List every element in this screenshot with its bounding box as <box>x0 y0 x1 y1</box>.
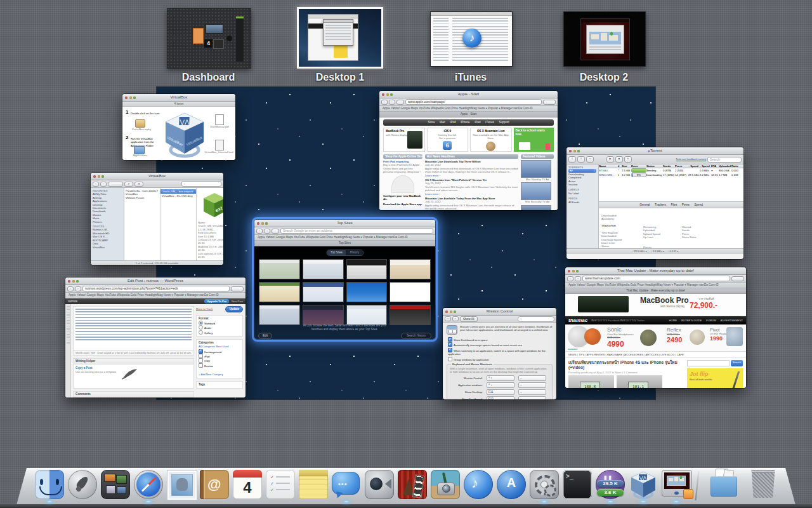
reader-button[interactable] <box>543 100 556 105</box>
bookmarks-bar[interactable]: Apple Yahoo! Google Maps YouTube Wikiped… <box>565 283 746 288</box>
promo-back-to-school[interactable]: Back to school starts now. <box>514 128 554 152</box>
headphones-ad-strip[interactable]: earcase Sonic Over Ear Headphones ปกติ 6… <box>565 324 746 352</box>
mission-control-key-select[interactable]: ^ ↑ <box>487 375 514 381</box>
video-thumbnail[interactable] <box>521 205 551 210</box>
minimize-button[interactable] <box>98 175 100 178</box>
tab-bar[interactable]: Apple - Start <box>379 112 558 117</box>
window-safari-apple[interactable]: Apple - Start ‹ › www.apple.com/startpag… <box>379 91 558 210</box>
stop-button[interactable]: ■ <box>615 156 623 163</box>
checkbox-group-windows[interactable] <box>448 357 452 361</box>
topsites-toggle[interactable]: Top Sites History <box>326 250 363 256</box>
forward-button[interactable]: › <box>264 229 270 234</box>
column-1-items[interactable]: Parallels Bu...rsion-4000CT VirtualBox V… <box>126 189 159 199</box>
forward-button[interactable]: › <box>75 286 81 291</box>
dock-facetime-icon[interactable] <box>365 470 394 499</box>
back-button[interactable]: ‹ <box>93 182 99 187</box>
dock-photo-booth-icon[interactable] <box>398 470 427 499</box>
minimize-button[interactable] <box>573 150 576 152</box>
promo-ios6[interactable]: iOS 6 Coming this fall. Get a preview. 6 <box>427 128 469 152</box>
finder-column-1[interactable]: Parallels Bu...rsion-4000CT VirtualBox V… <box>124 188 160 260</box>
reader-button[interactable] <box>231 286 244 291</box>
window-controls[interactable] <box>68 280 79 283</box>
back-button[interactable]: ‹ <box>256 229 263 234</box>
labels-list[interactable]: No Label <box>568 192 596 195</box>
search-field[interactable]: Search <box>707 157 742 163</box>
back-button[interactable]: ‹ <box>67 286 74 291</box>
start-button[interactable]: ▶ <box>606 156 614 163</box>
window-utorrent[interactable]: µTorrent ⇩ ⇪ ＋ ▶ ■ ✕ Take our feedback s… <box>566 147 743 259</box>
adonit-ad[interactable]: Jot flip Best of both worlds adonit <box>687 368 743 388</box>
dock-reminders-icon[interactable]: ✓ ✓ ✓ <box>266 470 295 499</box>
show-all-button[interactable]: Show All <box>460 316 478 322</box>
address-bar[interactable]: nutmos.wordpress.com/wp-admin/post.php?p… <box>82 286 230 291</box>
dock-mail-icon[interactable] <box>167 470 196 499</box>
shop-link-1[interactable]: Configure your new MacBook Air. <box>383 194 422 201</box>
show-dashboard-mouse-select[interactable]: – <box>518 396 546 399</box>
dock-messages-icon[interactable]: ••• <box>332 470 361 499</box>
close-button[interactable] <box>382 93 384 96</box>
dock-terminal-icon[interactable]: >_ <box>563 470 592 499</box>
promo-mountain-lion[interactable]: OS X Mountain Lion Now available on the … <box>470 128 512 152</box>
forward-button[interactable]: › <box>575 276 581 281</box>
zoom-button[interactable] <box>76 280 79 283</box>
finder-column-2[interactable]: Oracle_VM_...box-extpack VirtualBox-...E… <box>160 188 197 260</box>
site-thumbnail[interactable] <box>303 305 344 325</box>
site-thumbnail[interactable] <box>390 305 431 325</box>
finder-sidebar[interactable]: FAVORITES All My Files AirDrop Applicati… <box>91 188 124 260</box>
space-label-itunes[interactable]: iTunes <box>430 72 511 86</box>
address-bar[interactable]: www.thaimacupdate.com <box>582 276 730 281</box>
address-bar[interactable]: Search Google or enter an address <box>280 228 433 234</box>
site-thumbnail[interactable] <box>259 305 300 325</box>
search-field[interactable]: ⌕ <box>181 181 222 187</box>
forward-button[interactable]: › <box>452 316 459 321</box>
dock-downloads-icon[interactable] <box>709 470 738 499</box>
window-mission-control-prefs[interactable]: Mission Control ‹ › Show All ⌕ Mission C… <box>443 308 556 399</box>
thaimac-tabs[interactable]: NEWS | TIPS | APPS REVIEW | HARDWARE | A… <box>565 352 746 358</box>
remove-button[interactable]: ✕ <box>624 156 632 163</box>
dock-trash-icon[interactable] <box>749 470 778 499</box>
site-search-button[interactable]: Search <box>731 360 743 366</box>
add-new-category-link[interactable]: + Add New Category <box>199 373 240 376</box>
thaimac-nav-links[interactable]: HOME BUYER'S GUIDE FORUM ADVERTISEMENT <box>669 319 743 322</box>
window-safari-thaimac[interactable]: Thai Mac Update : Make everyday up to da… <box>565 267 746 388</box>
dock-virtualbox-icon[interactable]: ⋁⋀ <box>629 470 658 499</box>
space-label-desktop-1[interactable]: Desktop 1 <box>297 72 383 86</box>
space-thumb-itunes[interactable]: ♪ <box>430 11 513 67</box>
utorrent-sidebar[interactable]: TORRENTS All2 Downloading Completed Acti… <box>566 164 599 248</box>
checkbox-review[interactable] <box>199 363 203 368</box>
site-thumbnail[interactable] <box>259 282 300 302</box>
space-thumb-dashboard[interactable]: 4 <box>167 8 251 69</box>
dock-utorrent-icon[interactable]: µ 29.5 K 3.6 K <box>596 470 625 499</box>
torrent-row-downloading[interactable]: WINDOWS...13.2 GB 8% Downloading17 (1280… <box>599 173 743 177</box>
forward-button[interactable]: › <box>389 100 395 105</box>
dock-system-preferences-icon[interactable] <box>530 470 559 499</box>
minimize-button[interactable] <box>386 93 389 96</box>
video-thumbnail[interactable] <box>521 182 551 200</box>
toggle-history[interactable]: History <box>346 250 363 255</box>
edit-button[interactable]: Edit <box>258 333 272 339</box>
category-tabs[interactable]: All Categories Most Used <box>199 345 240 348</box>
window-controls[interactable] <box>93 175 104 178</box>
shop-link-2[interactable]: Download the Apple Store app. <box>383 203 422 206</box>
minimize-button[interactable] <box>72 280 75 283</box>
dock-contacts-icon[interactable]: @ <box>200 470 229 499</box>
article-title[interactable]: เปรียบเทียบขนาดกระจกหน้า iPhone 4S และ i… <box>568 360 684 370</box>
window-controls[interactable] <box>257 222 268 225</box>
feeds-list[interactable]: All Feeds <box>568 201 596 204</box>
window-controls[interactable] <box>445 311 456 313</box>
search-history-field[interactable]: Search History <box>401 333 431 339</box>
checkbox-switch-space[interactable] <box>448 348 452 352</box>
move-to-trash-link[interactable]: Move to Trash <box>196 307 213 311</box>
add-torrent-button[interactable]: ⇩ <box>568 156 576 163</box>
dock-iphoto-icon[interactable] <box>431 470 460 499</box>
radio-aside[interactable] <box>199 325 203 330</box>
close-button[interactable] <box>125 97 128 99</box>
checkbox-ipad[interactable] <box>199 354 203 358</box>
close-button[interactable] <box>68 280 70 283</box>
window-controls[interactable] <box>125 97 136 99</box>
show-dashboard-key-select[interactable]: F12 <box>487 396 514 399</box>
back-button[interactable]: ‹ <box>445 316 451 321</box>
site-search-input[interactable] <box>687 360 730 366</box>
wp-editor[interactable] <box>73 306 194 351</box>
zoom-button[interactable] <box>265 222 268 225</box>
